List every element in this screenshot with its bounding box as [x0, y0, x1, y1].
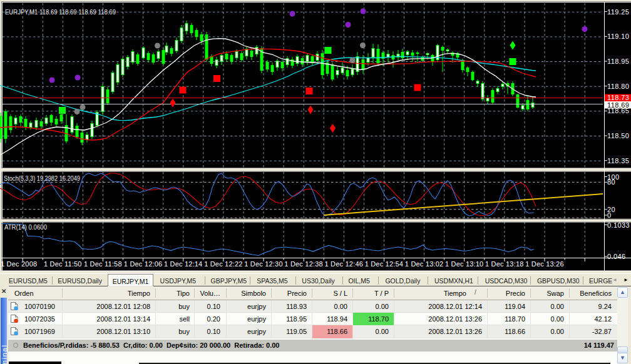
svg-text:118.69: 118.69	[607, 101, 629, 109]
svg-text:Stoch(5,3,3) 19.2982 16.2049: Stoch(5,3,3) 19.2982 16.2049	[4, 175, 80, 182]
svg-text:1 Dec 12:06: 1 Dec 12:06	[124, 260, 163, 268]
svg-text:1 Dec 12:46: 1 Dec 12:46	[325, 260, 364, 268]
svg-text:119.25: 119.25	[607, 8, 629, 16]
svg-text:1 Dec 13:02: 1 Dec 13:02	[405, 260, 444, 268]
svg-text:1 Dec 11:58: 1 Dec 11:58	[84, 260, 122, 268]
svg-text:118.95: 118.95	[607, 58, 629, 65]
svg-text:118.80: 118.80	[607, 83, 629, 90]
svg-text:118.50: 118.50	[607, 132, 629, 139]
svg-text:1 Dec 13:10: 1 Dec 13:10	[445, 260, 484, 268]
svg-text:1 Dec 12:54: 1 Dec 12:54	[365, 260, 404, 268]
svg-text:118.35: 118.35	[607, 157, 629, 164]
svg-text:1 Dec 13:26: 1 Dec 13:26	[525, 260, 564, 268]
svg-text:1 Dec 12:14: 1 Dec 12:14	[164, 260, 203, 268]
svg-text:0: 0	[607, 211, 612, 219]
svg-text:1 Dec 13:18: 1 Dec 13:18	[485, 260, 524, 268]
svg-text:1 Dec 12:30: 1 Dec 12:30	[244, 260, 283, 268]
svg-text:0.046: 0.046	[607, 253, 626, 260]
svg-text:119.10: 119.10	[607, 33, 629, 40]
svg-text:80: 80	[607, 178, 615, 186]
svg-text:1 Dec 11:50: 1 Dec 11:50	[44, 260, 82, 268]
svg-text:1 Dec 2008: 1 Dec 2008	[1, 260, 37, 268]
svg-text:118.73: 118.73	[607, 94, 629, 101]
svg-text:1 Dec 12:22: 1 Dec 12:22	[204, 260, 243, 268]
svg-text:EURJPY,M1 118.69 118.69 118.6: EURJPY,M1 118.69 118.69 118.69 118.69	[5, 8, 116, 16]
svg-text:1 Dec 12:38: 1 Dec 12:38	[284, 260, 323, 268]
svg-text:0.1033: 0.1033	[607, 221, 630, 229]
svg-text:ATR(14) 0.0600: ATR(14) 0.0600	[4, 224, 47, 231]
